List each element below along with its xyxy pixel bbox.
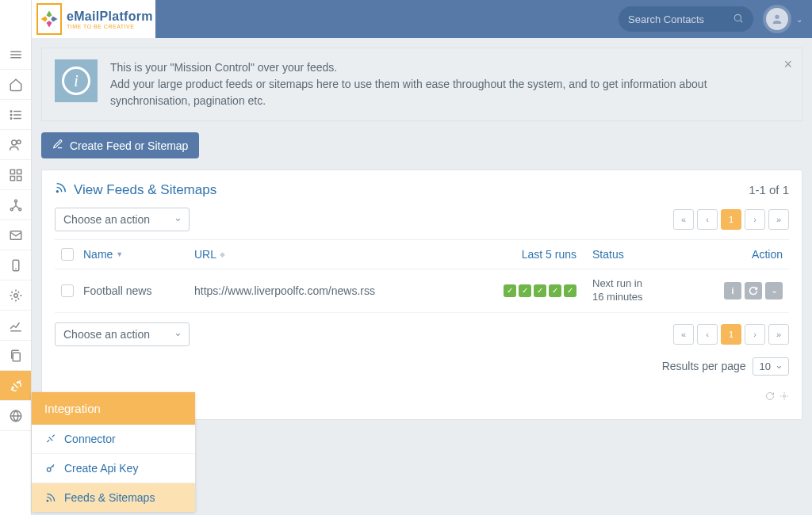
rail-list-icon[interactable] xyxy=(0,100,31,130)
logo[interactable]: eMailPlatform TIME TO BE CREATIVE xyxy=(32,0,155,38)
rail-menu-icon[interactable] xyxy=(0,40,31,70)
svg-rect-14 xyxy=(17,176,21,180)
search-icon xyxy=(733,13,744,26)
bulk-action-select-bottom[interactable]: Choose an action xyxy=(55,322,190,346)
col-action-header: Action xyxy=(703,248,783,261)
results-per-page-row: Results per page 10 xyxy=(55,357,789,376)
record-count: 1-1 of 1 xyxy=(749,183,789,196)
info-line-1: This is your "Mission Control" over your… xyxy=(110,59,760,76)
select-all-checkbox[interactable] xyxy=(61,248,74,261)
row-checkbox[interactable] xyxy=(61,284,74,297)
key-icon xyxy=(44,463,56,474)
feeds-table: Name▼ URL◆ Last 5 runs Status Action Foo… xyxy=(55,239,789,313)
chevron-down-icon: ⌄ xyxy=(796,15,802,24)
rail-flow-icon[interactable] xyxy=(0,190,31,220)
rail-grid-icon[interactable] xyxy=(0,160,31,190)
pager-next[interactable]: › xyxy=(745,209,765,230)
search-input[interactable]: Search Contacts xyxy=(619,6,753,32)
rail-mail-icon[interactable] xyxy=(0,220,31,250)
more-action-button[interactable]: ⌄ xyxy=(765,282,783,299)
results-label: Results per page xyxy=(662,360,746,372)
top-bar: eMailPlatform TIME TO BE CREATIVE Search… xyxy=(32,0,812,38)
svg-point-7 xyxy=(10,114,12,116)
refresh-action-button[interactable] xyxy=(745,282,762,299)
svg-point-29 xyxy=(56,191,58,193)
col-name-header[interactable]: Name▼ xyxy=(83,248,194,261)
pager-prev[interactable]: ‹ xyxy=(697,209,718,230)
sort-desc-icon: ▼ xyxy=(116,250,123,258)
svg-rect-11 xyxy=(10,170,14,174)
brand-tagline: TIME TO BE CREATIVE xyxy=(67,24,153,29)
flyout-item-label: Create Api Key xyxy=(64,462,138,475)
svg-rect-13 xyxy=(10,176,14,180)
svg-rect-22 xyxy=(13,353,20,361)
pager-last[interactable]: » xyxy=(768,324,789,345)
info-icon: i xyxy=(55,59,98,102)
col-status-header[interactable]: Status xyxy=(576,248,703,261)
rail-home-icon[interactable] xyxy=(0,70,31,100)
row-url: https://www.liverpoolfc.com/news.rss xyxy=(194,284,489,297)
card-title-row: View Feeds & Sitemaps 1-1 of 1 xyxy=(55,181,789,198)
pager-current[interactable]: 1 xyxy=(721,324,741,345)
row-name: Football news xyxy=(83,284,194,297)
flyout-title: Integration xyxy=(32,392,195,425)
profile-menu[interactable] xyxy=(763,5,791,33)
search-placeholder: Search Contacts xyxy=(628,13,704,25)
logo-text: eMailPlatform TIME TO BE CREATIVE xyxy=(67,10,153,29)
bottom-pager: « ‹ 1 › » xyxy=(673,324,789,345)
pager-first[interactable]: « xyxy=(673,209,694,230)
flyout-item-label: Connector xyxy=(64,433,116,445)
pager-first[interactable]: « xyxy=(673,324,694,345)
col-url-header[interactable]: URL◆ xyxy=(194,248,489,261)
flyout-item-label: Feeds & Sitemaps xyxy=(64,491,155,504)
top-toolbar: Choose an action « ‹ 1 › » xyxy=(55,208,789,231)
info-action-button[interactable]: i xyxy=(724,282,741,299)
section-title: View Feeds & Sitemaps xyxy=(74,182,216,198)
svg-point-28 xyxy=(775,15,779,19)
rail-chart-icon[interactable] xyxy=(0,311,31,341)
rail-integration-icon[interactable] xyxy=(0,371,31,401)
bottom-toolbar: Choose an action « ‹ 1 › » xyxy=(55,322,789,346)
create-feed-label: Create Feed or Sitemap xyxy=(70,139,188,152)
run-success-icon: ✓ xyxy=(549,284,561,297)
flyout-item-feeds[interactable]: Feeds & Sitemaps xyxy=(32,483,195,512)
flyout-item-connector[interactable]: Connector xyxy=(32,425,195,454)
flyout-item-api-key[interactable]: Create Api Key xyxy=(32,454,195,483)
pager-current[interactable]: 1 xyxy=(721,209,741,230)
info-text: This is your "Mission Control" over your… xyxy=(110,59,760,109)
svg-point-10 xyxy=(17,140,21,144)
top-pager: « ‹ 1 › » xyxy=(673,209,789,230)
results-per-page-select[interactable]: 10 xyxy=(753,357,789,376)
rss-icon xyxy=(55,181,67,198)
pager-prev[interactable]: ‹ xyxy=(697,324,718,345)
create-feed-button[interactable]: Create Feed or Sitemap xyxy=(41,132,199,158)
bulk-action-label: Choose an action xyxy=(63,213,150,226)
integration-flyout: Integration Connector Create Api Key Fee… xyxy=(32,392,195,512)
run-success-icon: ✓ xyxy=(564,284,576,297)
svg-point-15 xyxy=(14,200,17,202)
rail-globe-icon[interactable] xyxy=(0,401,31,431)
svg-rect-12 xyxy=(17,170,21,174)
row-last5: ✓ ✓ ✓ ✓ ✓ xyxy=(489,284,576,297)
svg-point-9 xyxy=(11,140,16,145)
close-icon[interactable]: × xyxy=(783,56,792,73)
rss-icon xyxy=(44,492,56,503)
pager-last[interactable]: » xyxy=(768,209,789,230)
bulk-action-select[interactable]: Choose an action xyxy=(55,208,190,231)
avatar-icon xyxy=(766,8,788,30)
rail-mobile-icon[interactable] xyxy=(0,250,31,280)
feeds-card: View Feeds & Sitemaps 1-1 of 1 Choose an… xyxy=(41,170,802,420)
card-gear-icon[interactable] xyxy=(779,391,789,403)
rail-users-icon[interactable] xyxy=(0,130,31,160)
col-runs-header[interactable]: Last 5 runs xyxy=(489,248,576,261)
row-status: Next run in 16 minutes xyxy=(576,277,703,304)
pager-next[interactable]: › xyxy=(745,324,765,345)
svg-point-6 xyxy=(10,110,12,112)
bulk-action-label: Choose an action xyxy=(63,328,150,341)
sidebar-rail: Integration Connector Create Api Key Fee… xyxy=(0,0,32,515)
row-actions: i ⌄ xyxy=(703,282,783,299)
svg-point-8 xyxy=(10,117,12,119)
rail-gear-icon[interactable] xyxy=(0,280,31,311)
rail-copy-icon[interactable] xyxy=(0,341,31,371)
card-refresh-icon[interactable] xyxy=(765,391,775,403)
